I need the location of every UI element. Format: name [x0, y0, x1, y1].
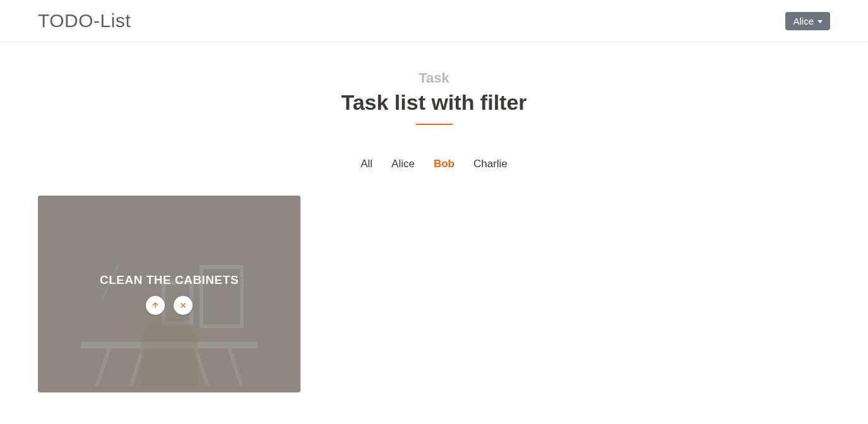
task-title: CLEAN THE CABINETS	[100, 273, 239, 287]
navbar: TODO-List Alice	[0, 0, 868, 42]
app-brand[interactable]: TODO-List	[38, 10, 131, 32]
task-upload-button[interactable]	[146, 296, 165, 315]
user-menu-dropdown[interactable]: Alice	[785, 12, 830, 30]
title-divider	[416, 124, 453, 125]
arrow-up-icon	[151, 301, 160, 310]
user-menu-label: Alice	[793, 16, 814, 26]
card-content: CLEAN THE CABINETS	[100, 273, 239, 315]
chevron-down-icon	[817, 20, 823, 23]
filter-charlie[interactable]: Charlie	[473, 158, 508, 170]
filter-alice[interactable]: Alice	[391, 158, 415, 170]
filter-all[interactable]: All	[360, 158, 372, 170]
task-grid: CLEAN THE CABINETS	[0, 170, 868, 418]
task-card: CLEAN THE CABINETS	[38, 196, 300, 392]
task-actions	[100, 296, 239, 315]
filter-bar: All Alice Bob Charlie	[0, 158, 868, 170]
filter-bob[interactable]: Bob	[434, 158, 455, 170]
page-subtitle: Task	[0, 70, 868, 86]
task-delete-button[interactable]	[174, 296, 193, 315]
page-title: Task list with filter	[0, 90, 868, 115]
page-header: Task Task list with filter All Alice Bob…	[0, 42, 868, 170]
close-icon	[179, 301, 187, 310]
